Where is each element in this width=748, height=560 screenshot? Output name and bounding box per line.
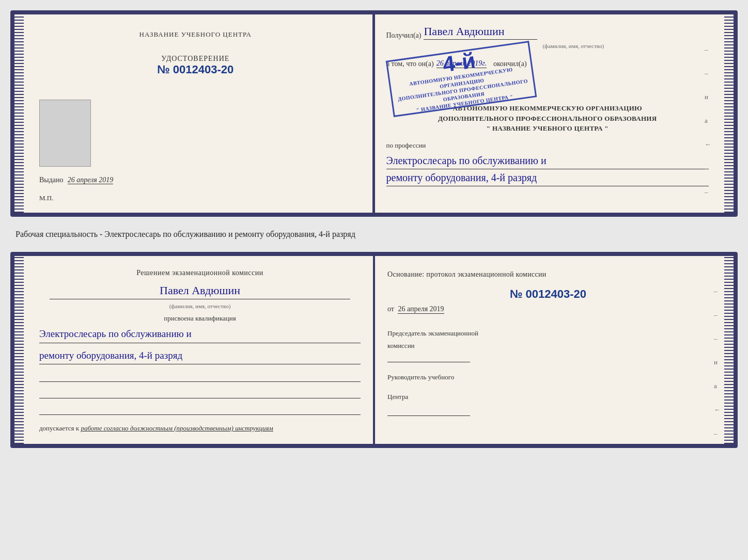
left-spine-top <box>14 14 24 213</box>
deco-arrow: ← <box>705 140 711 149</box>
org-line2: ДОПОЛНИТЕЛЬНОГО ПРОФЕССИОНАЛЬНОГО ОБРАЗО… <box>386 114 709 124</box>
recipient-name: Павел Авдюшин <box>424 25 537 40</box>
from-date-line: от 26 апреля 2019 <box>387 305 709 313</box>
profession-label: по профессии <box>386 141 709 150</box>
assigned-label: присвоена квалификация <box>39 314 361 323</box>
org-line3: " НАЗВАНИЕ УЧЕБНОГО ЦЕНТРА " <box>386 123 709 134</box>
director-label1: Руководитель учебного <box>387 373 709 382</box>
admission-detail: работе согласно должностным (производств… <box>81 424 273 432</box>
middle-text: Рабочая специальность - Электрослесарь п… <box>10 226 738 243</box>
basis-title: Основание: протокол экзаменационной коми… <box>387 269 709 280</box>
qual-line1: Электрослесарь по обслуживанию и <box>39 326 361 343</box>
qual-line2: ремонту оборудования, 4-й разряд <box>39 347 361 364</box>
sig-line-3 <box>39 405 361 415</box>
profession-block: по профессии Электрослесарь по обслужива… <box>386 141 709 186</box>
sig-line-1 <box>39 372 361 382</box>
bdeco-dash-4: – <box>714 429 721 438</box>
chairman-label2: комиссии <box>387 341 709 350</box>
person-name-bottom: Павел Авдюшин <box>50 284 350 299</box>
bdeco-dash-1: – <box>714 287 721 295</box>
bdeco-arrow: ← <box>714 406 721 414</box>
date-line: в том, что он(а) 26 апреля 2019г. окончи… <box>386 59 709 68</box>
top-left-page: НАЗВАНИЕ УЧЕБНОГО ЦЕНТРА УДОСТОВЕРЕНИЕ №… <box>24 14 373 213</box>
deco-char-a: и <box>705 93 711 101</box>
org-line1: АВТОНОМНУЮ НЕКОММЕРЧЕСКУЮ ОРГАНИЗАЦИЮ <box>386 103 709 114</box>
in-that-label: в том, что он(а) <box>386 60 434 68</box>
stamp-org-line1: АВТОНОМНУЮ НЕКОММЕРЧЕСКУЮ ОРГАНИЗАЦИЮ <box>393 63 529 95</box>
bottom-right-page: Основание: протокол экзаменационной коми… <box>375 256 724 444</box>
director-label2: Центра <box>387 392 709 402</box>
top-right-page: Получил(а) Павел Авдюшин (фамилия, имя, … <box>373 14 725 213</box>
issued-block: Выдано 26 апреля 2019 <box>39 176 116 184</box>
completed-date: 26 апреля 2019г. <box>437 59 487 68</box>
received-line: Получил(а) Павел Авдюшин <box>386 25 709 40</box>
sig-line-2 <box>39 388 361 398</box>
bottom-left-page: Решением экзаменационной комиссии Павел … <box>24 256 375 444</box>
person-subtext-bottom: (фамилия, имя, отчество) <box>39 303 361 309</box>
deco-dash-2: – <box>705 69 711 77</box>
decision-title: Решением экзаменационной комиссии <box>39 269 361 277</box>
photo-placeholder <box>39 100 91 167</box>
bdeco-char-a: а <box>714 382 721 390</box>
right-spine-top <box>724 14 734 213</box>
received-label: Получил(а) <box>386 31 422 40</box>
deco-dash-3: – <box>705 164 711 172</box>
page-wrapper: НАЗВАНИЕ УЧЕБНОГО ЦЕНТРА УДОСТОВЕРЕНИЕ №… <box>10 10 738 448</box>
org-block: АВТОНОМНУЮ НЕКОММЕРЧЕСКУЮ ОРГАНИЗАЦИЮ ДО… <box>386 103 709 134</box>
recipient-subtext: (фамилия, имя, отчество) <box>438 43 709 49</box>
cert-label: УДОСТОВЕРЕНИЕ <box>157 55 233 63</box>
bdeco-dash-3: – <box>714 334 721 343</box>
mp-label: М.П. <box>39 194 53 202</box>
cert-number-block: УДОСТОВЕРЕНИЕ № 0012403-20 <box>157 55 233 76</box>
bdeco-char-i: и <box>714 358 721 366</box>
top-document: НАЗВАНИЕ УЧЕБНОГО ЦЕНТРА УДОСТОВЕРЕНИЕ №… <box>10 10 738 217</box>
profession-line1: Электрослесарь по обслуживанию и <box>386 152 709 169</box>
deco-dash-4: – <box>705 188 711 196</box>
director-sig-line <box>387 407 470 416</box>
deco-char-a2: а <box>705 117 711 125</box>
admission-text: допускается к работе согласно должностны… <box>39 424 361 433</box>
profession-line2: ремонту оборудования, 4-й разряд <box>386 169 709 186</box>
bdeco-dash-2: – <box>714 311 721 319</box>
completed-label: окончил(а) <box>493 60 527 68</box>
chairman-label1: Председатель экзаменационной <box>387 329 709 338</box>
issued-date: 26 апреля 2019 <box>68 176 113 184</box>
bottom-document: Решением экзаменационной комиссии Павел … <box>10 252 738 448</box>
bottom-right-deco: – – – и а ← – – – – <box>714 287 721 448</box>
center-title-top: НАЗВАНИЕ УЧЕБНОГО ЦЕНТРА <box>139 30 252 39</box>
left-spine-bottom <box>14 256 24 444</box>
deco-dash-1: – <box>705 45 711 54</box>
admission-label: допускается к <box>39 424 79 432</box>
deco-dash-5: – <box>705 212 711 217</box>
right-spine-bottom <box>724 256 734 444</box>
chairman-block: Председатель экзаменационной комиссии <box>387 329 709 364</box>
cert-number: № 0012403-20 <box>157 63 233 76</box>
right-deco: – – и а ← – – – – <box>705 45 711 217</box>
issued-label: Выдано <box>39 176 64 184</box>
from-date-value: 26 апреля 2019 <box>398 305 444 314</box>
protocol-number: № 0012403-20 <box>387 287 709 301</box>
chairman-sig-line <box>387 353 470 362</box>
from-label: от <box>387 305 394 313</box>
